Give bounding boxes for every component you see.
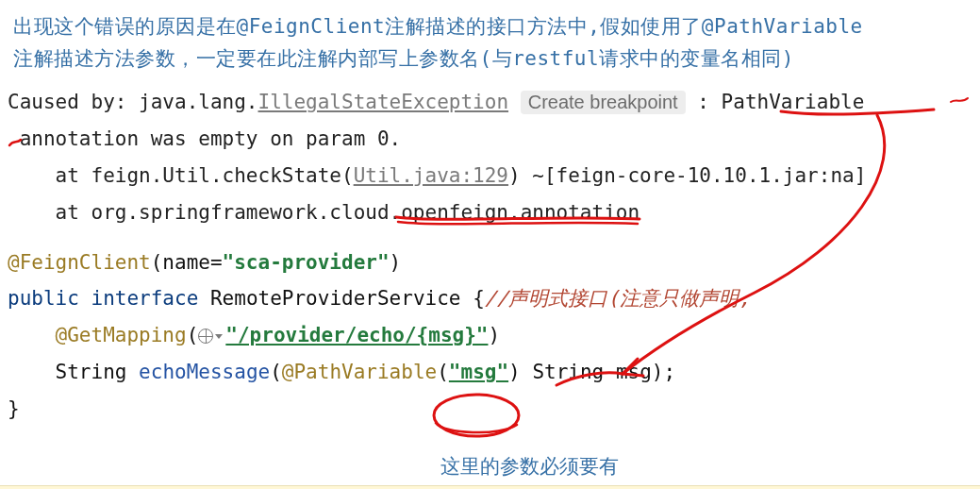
globe-icon[interactable] bbox=[198, 329, 213, 344]
at-line1-prefix: at feign.Util.checkState( bbox=[8, 164, 354, 187]
code-block: @FeignClient(name="sca-provider") public… bbox=[0, 231, 980, 428]
kw-public: public bbox=[8, 287, 79, 310]
exception-link[interactable]: IllegalStateException bbox=[258, 91, 509, 113]
method-open: ( bbox=[270, 361, 282, 383]
code-comment: //声明式接口(注意只做声明, bbox=[485, 287, 751, 310]
method-name: echoMessage bbox=[139, 361, 270, 383]
explanation-title: 出现这个错误的原因是在@FeignClient注解描述的接口方法中,假如使用了@… bbox=[0, 0, 980, 80]
title-line1: 出现这个错误的原因是在@FeignClient注解描述的接口方法中,假如使用了@… bbox=[13, 11, 967, 43]
util-java-link[interactable]: Util.java:129 bbox=[354, 164, 508, 187]
at-line1-suffix: ) ~[feign-core-10.10.1.jar:na] bbox=[508, 164, 866, 187]
chevron-down-icon[interactable] bbox=[215, 334, 223, 339]
stacktrace-block: Caused by: java.lang.IllegalStateExcepti… bbox=[0, 80, 980, 230]
feign-name-str: "sca-provider" bbox=[223, 251, 390, 274]
pathvariable-anno: @PathVariable bbox=[282, 361, 437, 383]
param-must-note: 这里的参数必须要有 bbox=[440, 453, 619, 480]
method-close: ); bbox=[652, 361, 675, 383]
get-open: ( bbox=[187, 324, 199, 346]
param-name: msg bbox=[616, 361, 652, 383]
title-line2: 注解描述方法参数，一定要在此注解内部写上参数名(与restful请求中的变量名相… bbox=[13, 43, 967, 76]
brace-close: } bbox=[8, 397, 20, 420]
create-breakpoint-button[interactable]: Create breakpoint bbox=[521, 91, 686, 114]
ret-type: String bbox=[56, 361, 127, 383]
anno-empty-text: annotation was empty on param 0. bbox=[8, 127, 401, 150]
pv-open: ( bbox=[437, 361, 449, 383]
kw-interface: interface bbox=[91, 287, 199, 310]
colon-text: : bbox=[686, 91, 722, 113]
pv-val-str: "msg" bbox=[449, 361, 508, 383]
brace-open: { bbox=[473, 287, 485, 310]
getmapping-anno: @GetMapping bbox=[56, 324, 187, 346]
feignclient-anno: @FeignClient bbox=[8, 251, 151, 274]
at-line2: at org.springframework.cloud.openfeign.a… bbox=[8, 201, 639, 224]
caused-by-text: Caused by: java.lang. bbox=[8, 91, 258, 113]
bottom-highlight-bar bbox=[0, 485, 980, 489]
feign-open: (name= bbox=[151, 251, 223, 274]
get-close: ) bbox=[488, 324, 500, 346]
iface-name: RemoteProviderService bbox=[210, 287, 461, 310]
param-type: String bbox=[532, 361, 604, 383]
get-path-str: "/provider/echo/{msg}" bbox=[225, 324, 488, 346]
pv-close: ) bbox=[508, 361, 521, 383]
feign-close: ) bbox=[390, 251, 402, 274]
pathvariable-text: PathVariable bbox=[722, 91, 865, 113]
